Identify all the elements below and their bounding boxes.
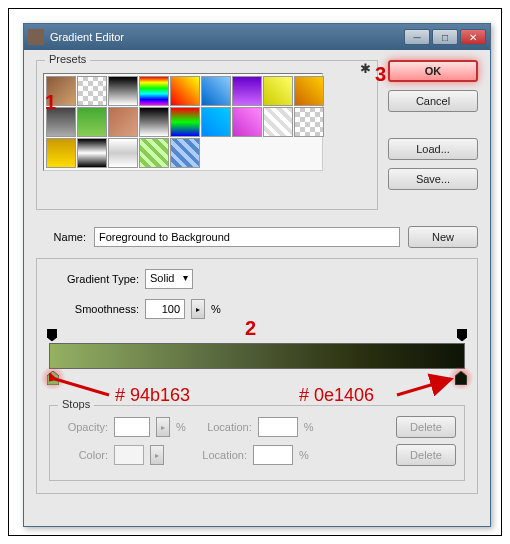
- color-swatch[interactable]: [114, 445, 144, 465]
- window-title: Gradient Editor: [50, 31, 404, 43]
- ok-button[interactable]: OK: [388, 60, 478, 82]
- preset-swatch[interactable]: [46, 138, 76, 168]
- preset-swatch[interactable]: [294, 76, 324, 106]
- svg-marker-3: [455, 371, 467, 385]
- close-button[interactable]: ✕: [460, 29, 486, 45]
- presets-menu-icon[interactable]: ✱: [360, 61, 371, 76]
- svg-marker-2: [47, 371, 59, 385]
- smoothness-input[interactable]: [145, 299, 185, 319]
- preset-swatch[interactable]: [263, 107, 293, 137]
- preset-swatch[interactable]: [46, 107, 76, 137]
- new-button[interactable]: New: [408, 226, 478, 248]
- color-stop-left[interactable]: [47, 371, 59, 385]
- opacity-input[interactable]: [114, 417, 150, 437]
- preset-swatch[interactable]: [294, 107, 324, 137]
- name-label: Name:: [36, 231, 86, 243]
- svg-marker-0: [47, 329, 57, 341]
- smoothness-spinner[interactable]: ▸: [191, 299, 205, 319]
- opacity-stop-left[interactable]: [47, 329, 57, 341]
- preset-swatch[interactable]: [77, 76, 107, 106]
- opacity-label: Opacity:: [58, 421, 108, 433]
- maximize-button[interactable]: □: [432, 29, 458, 45]
- preset-swatch[interactable]: [201, 76, 231, 106]
- preset-swatch[interactable]: [263, 76, 293, 106]
- name-input[interactable]: [94, 227, 400, 247]
- color-label: Color:: [58, 449, 108, 461]
- preset-swatch[interactable]: [108, 107, 138, 137]
- color-location-input[interactable]: [253, 445, 293, 465]
- opacity-location-input[interactable]: [258, 417, 298, 437]
- opacity-percent: %: [176, 421, 186, 433]
- gradient-bar[interactable]: [49, 343, 465, 369]
- preset-swatch[interactable]: [201, 107, 231, 137]
- preset-swatch[interactable]: [108, 76, 138, 106]
- percent-label: %: [211, 303, 221, 315]
- preset-swatch[interactable]: [139, 76, 169, 106]
- preset-swatch[interactable]: [46, 76, 76, 106]
- presets-label: Presets: [45, 53, 90, 65]
- svg-marker-1: [457, 329, 467, 341]
- stops-label: Stops: [58, 398, 94, 410]
- preset-swatch[interactable]: [170, 76, 200, 106]
- preset-swatch[interactable]: [232, 76, 262, 106]
- minimize-button[interactable]: ─: [404, 29, 430, 45]
- outer-frame: Gradient Editor ─ □ ✕ Presets ✱ OK Cance…: [8, 8, 502, 536]
- gradient-editor-dialog: Gradient Editor ─ □ ✕ Presets ✱ OK Cance…: [23, 23, 491, 527]
- preset-swatch[interactable]: [232, 107, 262, 137]
- smoothness-label: Smoothness:: [49, 303, 139, 315]
- gradient-type-label: Gradient Type:: [49, 273, 139, 285]
- gradient-settings-group: Gradient Type: Solid Smoothness: ▸ %: [36, 258, 478, 494]
- opacity-stop-right[interactable]: [457, 329, 467, 341]
- color-stop-right[interactable]: [455, 371, 467, 385]
- preset-swatch[interactable]: [77, 107, 107, 137]
- opacity-location-label: Location:: [192, 421, 252, 433]
- opacity-delete-button[interactable]: Delete: [396, 416, 456, 438]
- titlebar[interactable]: Gradient Editor ─ □ ✕: [24, 24, 490, 50]
- opacity-location-percent: %: [304, 421, 314, 433]
- cancel-button[interactable]: Cancel: [388, 90, 478, 112]
- preset-swatch[interactable]: [108, 138, 138, 168]
- color-delete-button[interactable]: Delete: [396, 444, 456, 466]
- preset-swatch[interactable]: [170, 107, 200, 137]
- gradient-type-select[interactable]: Solid: [145, 269, 193, 289]
- gradient-editor-strip: [49, 329, 465, 399]
- save-button[interactable]: Save...: [388, 168, 478, 190]
- color-location-label: Location:: [187, 449, 247, 461]
- stops-group: Stops Opacity: ▸ % Location: % Delete Co…: [49, 405, 465, 481]
- preset-swatch[interactable]: [77, 138, 107, 168]
- preset-swatch[interactable]: [139, 138, 169, 168]
- app-icon: [28, 29, 44, 45]
- preset-swatch[interactable]: [139, 107, 169, 137]
- load-button[interactable]: Load...: [388, 138, 478, 160]
- presets-group: Presets ✱: [36, 60, 378, 210]
- preset-swatch[interactable]: [170, 138, 200, 168]
- color-picker-arrow[interactable]: ▸: [150, 445, 164, 465]
- color-location-percent: %: [299, 449, 309, 461]
- opacity-spinner[interactable]: ▸: [156, 417, 170, 437]
- preset-swatch-grid: [43, 73, 323, 171]
